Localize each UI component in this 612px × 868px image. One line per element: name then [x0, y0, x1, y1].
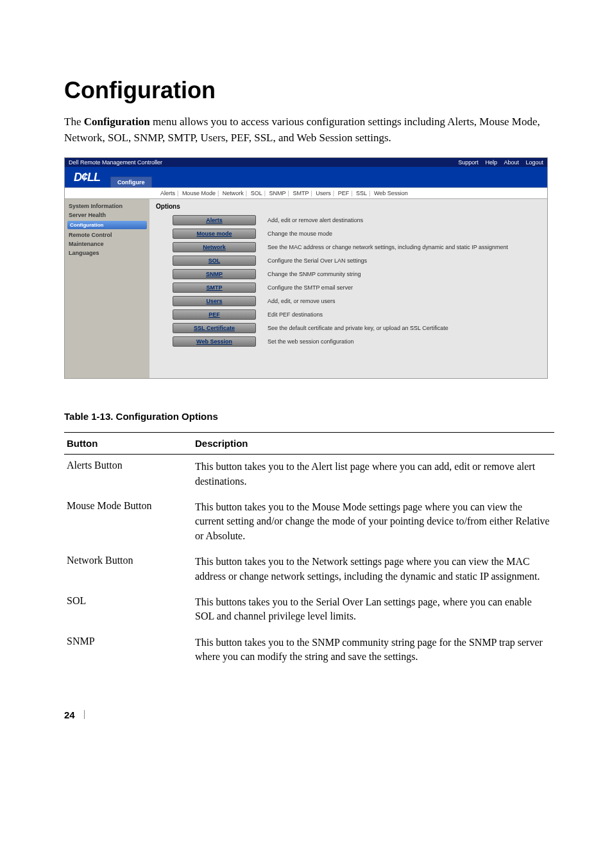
cell-button: SOL	[64, 590, 192, 630]
link-help[interactable]: Help	[485, 159, 497, 166]
desc-mouse-mode: Change the mouse mode	[268, 230, 332, 237]
desc-web-session: Set the web session configuration	[268, 338, 354, 345]
intro-paragraph: The Configuration menu allows you to acc…	[64, 114, 554, 146]
sidebar-item-maintenance[interactable]: Maintenance	[69, 239, 146, 248]
sidebar-item-system-information[interactable]: System Information	[69, 202, 146, 211]
desc-smtp: Configure the SMTP email server	[268, 284, 353, 291]
dell-logo: D¢LL	[65, 168, 109, 187]
button-sol[interactable]: SOL	[173, 256, 256, 266]
table-row: Mouse Mode Button This button takes you …	[64, 495, 554, 550]
sidebar-item-remote-control[interactable]: Remote Control	[69, 230, 146, 239]
cell-desc: This button takes you to the Alert list …	[192, 455, 554, 495]
table-row: Alerts Button This button takes you to t…	[64, 455, 554, 495]
subtab-web-session[interactable]: Web Session	[372, 190, 410, 196]
cell-desc: This button takes you to the Network set…	[192, 550, 554, 590]
desc-users: Add, edit, or remove users	[268, 298, 336, 304]
button-mouse-mode[interactable]: Mouse mode	[173, 229, 256, 239]
header-links: Support Help About Logout	[453, 159, 543, 166]
button-smtp[interactable]: SMTP	[173, 282, 256, 293]
button-snmp[interactable]: SNMP	[173, 269, 256, 279]
subtab-sol[interactable]: SOL	[249, 190, 264, 196]
link-about[interactable]: About	[504, 159, 519, 166]
window-titlebar: Dell Remote Management Controller Suppor…	[65, 158, 547, 167]
window-title: Dell Remote Management Controller	[69, 159, 162, 166]
sidebar-item-configuration[interactable]: Configuration	[67, 221, 147, 229]
page-heading: Configuration	[64, 77, 554, 104]
button-network[interactable]: Network	[173, 242, 256, 252]
desc-pef: Edit PEF destinations	[268, 311, 323, 318]
cell-desc: This buttons takes you to the Serial Ove…	[192, 590, 554, 630]
button-pef[interactable]: PEF	[173, 309, 256, 320]
subtab-users[interactable]: Users	[314, 190, 333, 196]
subtab-bar: Alerts| Mouse Mode| Network| SOL| SNMP| …	[65, 187, 547, 199]
button-ssl-certificate[interactable]: SSL Certificate	[173, 323, 256, 333]
subtab-pef[interactable]: PEF	[336, 190, 352, 196]
cell-button: Network Button	[64, 550, 192, 590]
button-users[interactable]: Users	[173, 296, 256, 306]
subtab-network[interactable]: Network	[221, 190, 246, 196]
subtab-ssl[interactable]: SSL	[354, 190, 369, 196]
table-caption: Table 1-13. Configuration Options	[64, 411, 554, 422]
link-logout[interactable]: Logout	[525, 159, 543, 166]
subtab-snmp[interactable]: SNMP	[268, 190, 288, 196]
desc-snmp: Change the SNMP community string	[268, 271, 361, 277]
page-footer: 24	[64, 709, 554, 720]
sidebar-item-server-health[interactable]: Server Health	[69, 211, 146, 220]
subtab-mouse-mode[interactable]: Mouse Mode	[180, 190, 217, 196]
button-web-session[interactable]: Web Session	[173, 336, 256, 347]
desc-sol: Configure the Serial Over LAN settings	[268, 257, 367, 264]
cell-desc: This button takes you to the Mouse Mode …	[192, 495, 554, 550]
footer-divider	[84, 710, 85, 719]
col-header-description: Description	[192, 433, 554, 455]
desc-alerts: Add, edit or remove alert destinations	[268, 217, 363, 223]
table-row: Network Button This button takes you to …	[64, 550, 554, 590]
desc-network: See the MAC address or change network se…	[268, 244, 508, 250]
intro-bold: Configuration	[84, 116, 150, 128]
button-alerts[interactable]: Alerts	[173, 215, 256, 225]
main-panel: Options AlertsAdd, edit or remove alert …	[149, 199, 547, 378]
link-support[interactable]: Support	[458, 159, 479, 166]
cell-button: Alerts Button	[64, 455, 192, 495]
col-header-button: Button	[64, 433, 192, 455]
brand-row: D¢LL Configure	[65, 167, 547, 187]
table-row: SNMP This button takes you to the SNMP c…	[64, 630, 554, 671]
sidebar-item-languages[interactable]: Languages	[69, 248, 146, 257]
cell-desc: This button takes you to the SNMP commun…	[192, 630, 554, 671]
screenshot-configuration: Dell Remote Management Controller Suppor…	[64, 157, 548, 379]
table-row: SOL This buttons takes you to the Serial…	[64, 590, 554, 630]
sidebar: System Information Server Health Configu…	[65, 199, 149, 378]
page-number: 24	[64, 709, 75, 720]
subtab-alerts[interactable]: Alerts	[158, 190, 177, 196]
intro-prefix: The	[64, 116, 84, 128]
options-heading: Options	[156, 203, 541, 210]
cell-button: SNMP	[64, 630, 192, 671]
tab-configure[interactable]: Configure	[110, 177, 152, 187]
cell-button: Mouse Mode Button	[64, 495, 192, 550]
configuration-options-table: Button Description Alerts Button This bu…	[64, 432, 554, 670]
subtab-smtp[interactable]: SMTP	[291, 190, 310, 196]
desc-ssl-certificate: See the default certificate and private …	[268, 325, 448, 331]
